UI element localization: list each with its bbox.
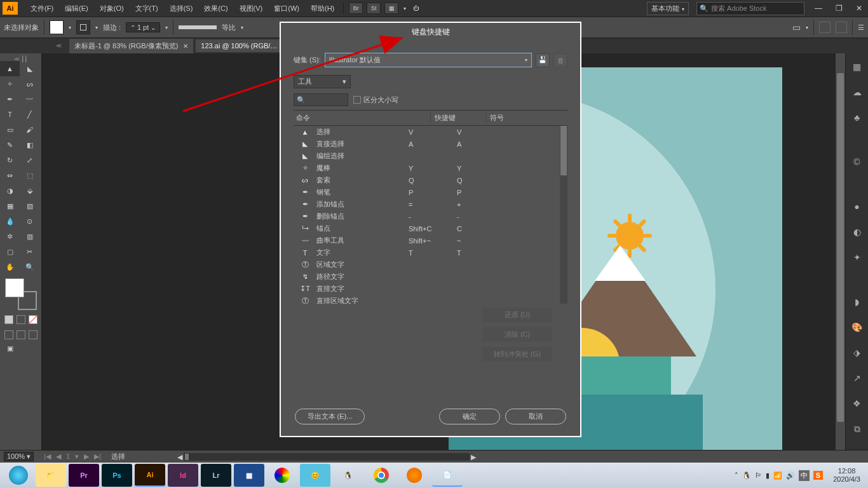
perspective-tool[interactable]: ⬙ <box>20 183 39 198</box>
taskbar-app-lightroom[interactable]: Lr <box>201 464 231 487</box>
case-sensitive-checkbox[interactable] <box>353 96 361 104</box>
list-item[interactable]: Ⓣ 直排区域文字 <box>294 295 567 304</box>
zoom-select[interactable]: 100% ▾ <box>4 452 34 461</box>
list-item[interactable]: ✒ 钢笔 P P <box>294 186 567 198</box>
window-minimize-icon[interactable]: — <box>812 4 825 13</box>
tray-volume-icon[interactable]: 🔊 <box>786 471 795 480</box>
rotate-tool[interactable]: ↻ <box>0 152 20 168</box>
draw-normal-icon[interactable] <box>4 330 13 339</box>
properties-panel-icon[interactable]: ▦ <box>850 60 864 74</box>
curvature-tool[interactable]: 〰 <box>20 92 39 107</box>
rectangle-tool[interactable]: ▭ <box>0 122 20 137</box>
mesh-tool[interactable]: ▦ <box>0 198 20 214</box>
symbols-panel-icon[interactable]: ✦ <box>850 250 864 264</box>
selection-tool[interactable]: ▲ <box>0 61 20 76</box>
taskbar-app-chrome[interactable] <box>366 464 397 487</box>
list-item[interactable]: ↯ 路径文字 <box>294 271 567 283</box>
cancel-button[interactable]: 取消 <box>505 409 566 424</box>
line-tool[interactable]: ╱ <box>20 107 39 122</box>
tray-flag-icon[interactable]: 🏳 <box>755 471 762 479</box>
scale-tool[interactable]: ⤢ <box>20 152 39 168</box>
profile-dropdown-icon[interactable]: ▾ <box>241 25 243 30</box>
stroke-swatch[interactable] <box>76 20 90 34</box>
fill-dropdown-icon[interactable]: ▾ <box>69 25 71 30</box>
swatches-panel-icon[interactable]: ◐ <box>850 225 864 239</box>
menu-select[interactable]: 选择(S) <box>165 3 198 15</box>
taskbar-app-photoshop[interactable]: Ps <box>102 464 132 487</box>
draw-behind-icon[interactable] <box>17 330 25 339</box>
type-tool[interactable]: T <box>0 107 20 122</box>
stroke-panel-icon[interactable]: ◗ <box>850 295 864 309</box>
menu-object[interactable]: 对象(O) <box>95 3 129 15</box>
tray-battery-icon[interactable]: ▮ <box>766 471 770 480</box>
window-close-icon[interactable]: ✕ <box>853 4 865 13</box>
artboards-panel-icon[interactable]: ⧉ <box>850 422 864 436</box>
tray-sogou-icon[interactable]: S <box>813 471 823 480</box>
menu-window[interactable]: 窗口(W) <box>269 3 304 15</box>
symbol-sprayer-tool[interactable]: ✲ <box>0 229 20 244</box>
system-tray[interactable]: ˄ 🐧 🏳 ▮ 📶 🔊 中 S 12:082020/4/3 <box>735 467 864 484</box>
taskbar-app-notepad[interactable]: 📄 <box>432 464 463 487</box>
taskbar-app-premiere[interactable]: Pr <box>69 464 99 487</box>
shortcut-search-input[interactable]: 🔍 <box>294 93 348 106</box>
list-item[interactable]: ⮡ 锚点 Shift+C C <box>294 222 567 234</box>
gradient-panel-icon[interactable]: 🎨 <box>850 320 864 334</box>
list-item[interactable]: ◣ 编组选择 <box>294 150 567 162</box>
taskbar-app-firefox[interactable] <box>399 464 430 487</box>
fill-stroke-box[interactable] <box>5 278 37 310</box>
scope-combo[interactable]: 工具▾ <box>294 75 351 88</box>
hand-tool[interactable]: ✋ <box>0 259 20 274</box>
horizontal-scrollbar[interactable]: ◀▶ <box>184 453 470 461</box>
color-panel-icon[interactable]: ♣ <box>850 111 864 125</box>
ok-button[interactable]: 确定 <box>439 409 500 424</box>
paintbrush-tool[interactable]: 🖌 <box>20 122 39 137</box>
menu-file[interactable]: 文件(F) <box>25 3 58 15</box>
tray-network-icon[interactable]: 📶 <box>773 471 782 480</box>
direct-selection-tool[interactable]: ◣ <box>20 61 39 76</box>
taskbar-app-explorer[interactable]: 📁 <box>36 464 66 487</box>
free-transform-tool[interactable]: ⬚ <box>20 168 39 183</box>
vertical-scrollbar[interactable] <box>836 53 845 450</box>
menu-edit[interactable]: 编辑(E) <box>60 3 93 15</box>
stroke-weight-dropdown-icon[interactable]: ▾ <box>165 25 168 30</box>
gradient-mode-icon[interactable] <box>17 315 25 324</box>
pref-btn-2[interactable] <box>836 22 847 33</box>
list-item[interactable]: ◣ 直接选择 A A <box>294 138 567 150</box>
tab-doc-1[interactable]: 未标题-1 @ 83% (RGB/像素预览)✕ <box>69 39 193 53</box>
window-restore-icon[interactable]: ❐ <box>832 4 845 13</box>
graph-tool[interactable]: ▥ <box>20 229 39 244</box>
taskbar-app-illustrator[interactable]: Ai <box>135 464 165 487</box>
taskbar-app-qq[interactable]: 🐧 <box>333 464 363 487</box>
tray-up-icon[interactable]: ˄ <box>735 471 738 480</box>
tab-doc-2[interactable]: 123.ai @ 100% (RGB/… <box>196 39 282 52</box>
pen-tool[interactable]: ✒ <box>0 92 20 107</box>
appearance-panel-icon[interactable]: ↗ <box>850 371 864 385</box>
stock-search-input[interactable]: 🔍搜索 Adobe Stock <box>696 2 804 15</box>
shortcut-list[interactable]: ▲ 选择 V V◣ 直接选择 A A◣ 编组选择 ✧ 魔棒 Y Yᔕ 套索 Q … <box>294 126 567 304</box>
layers-panel-icon[interactable]: ❖ <box>850 396 864 410</box>
close-icon[interactable]: ✕ <box>183 43 188 50</box>
shaper-tool[interactable]: ✎ <box>0 137 20 152</box>
lasso-tool[interactable]: ᔕ <box>20 76 39 92</box>
tray-ime-icon[interactable]: 中 <box>799 470 810 481</box>
doc-setup-icon[interactable]: ▭ <box>792 22 801 32</box>
list-item[interactable]: T 文字 T T <box>294 247 567 259</box>
taskbar-app-browser[interactable] <box>9 466 28 485</box>
menu-effect[interactable]: 效果(C) <box>199 3 233 15</box>
width-tool[interactable]: ⇔ <box>0 168 20 183</box>
tray-qq-icon[interactable]: 🐧 <box>742 471 751 480</box>
stroke-weight-input[interactable]: ⌃ 1 pt ⌄ <box>126 22 160 32</box>
artboard-tool[interactable]: ▢ <box>0 244 20 259</box>
bridge-icon[interactable]: Br <box>349 3 363 14</box>
eyedropper-tool[interactable]: 💧 <box>0 214 20 229</box>
menu-type[interactable]: 文字(T) <box>130 3 163 15</box>
brushes-panel-icon[interactable]: ● <box>850 200 864 214</box>
list-item[interactable]: ✧ 魔棒 Y Y <box>294 162 567 174</box>
fill-swatch[interactable] <box>50 20 64 34</box>
taskbar-app-generic1[interactable]: ▦ <box>234 464 264 487</box>
list-item[interactable]: ↧T 直排文字 <box>294 283 567 295</box>
gradient-tool[interactable]: ▨ <box>20 198 39 214</box>
arrange-dropdown-icon[interactable]: ▾ <box>403 6 406 11</box>
libraries-panel-icon[interactable]: ☁ <box>850 85 864 99</box>
menu-view[interactable]: 视图(V) <box>234 3 268 15</box>
